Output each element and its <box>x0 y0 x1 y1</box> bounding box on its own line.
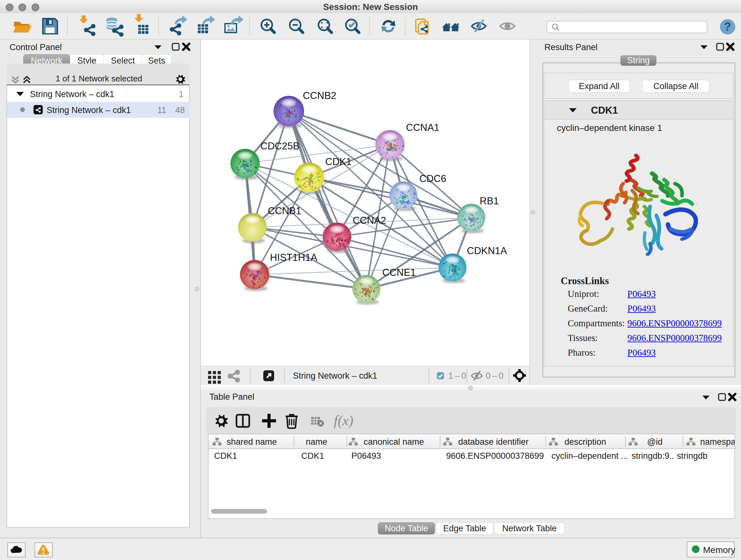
svg-text:HIST1H1A: HIST1H1A <box>270 252 317 263</box>
svg-text:database identifier: database identifier <box>458 437 529 447</box>
svg-text:canonical name: canonical name <box>363 437 424 447</box>
svg-text:CDC25B: CDC25B <box>260 140 299 152</box>
svg-text:CCNA1: CCNA1 <box>406 122 440 133</box>
svg-text:CCNB1: CCNB1 <box>268 205 301 216</box>
svg-text:shared name: shared name <box>226 437 277 447</box>
svg-text:@id: @id <box>647 437 663 447</box>
svg-text:CDK1: CDK1 <box>325 156 352 167</box>
svg-text:namespac: namespac <box>700 437 735 447</box>
svg-text:String Network – cdk1: String Network – cdk1 <box>293 371 377 381</box>
svg-text:f(x): f(x) <box>334 413 353 428</box>
svg-text:description: description <box>564 437 606 447</box>
svg-text:RB1: RB1 <box>480 195 499 206</box>
svg-text:0 – 0: 0 – 0 <box>486 371 503 381</box>
svg-text:CCNA2: CCNA2 <box>353 215 386 226</box>
svg-text:CDKN1A: CDKN1A <box>467 245 507 256</box>
svg-text:CDC6: CDC6 <box>419 173 446 184</box>
svg-text:name: name <box>306 437 327 447</box>
svg-text:CCNB2: CCNB2 <box>303 90 336 101</box>
svg-text:CCNE1: CCNE1 <box>382 267 416 278</box>
svg-text:?: ? <box>724 20 731 33</box>
svg-text:1 – 0: 1 – 0 <box>448 371 466 381</box>
